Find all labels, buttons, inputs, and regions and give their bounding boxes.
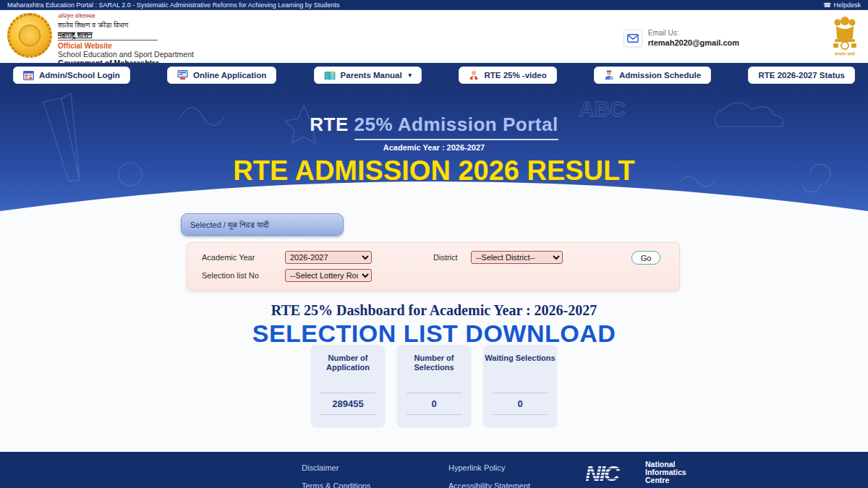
helpdesk-label: Helpdesk bbox=[833, 1, 861, 9]
nic-logo: NIC National Informatics Centre bbox=[586, 461, 686, 484]
stat-card-selections: Number of Selections 0 bbox=[397, 345, 471, 427]
govt-name-marathi: महाराष्ट्र शासन bbox=[58, 30, 194, 38]
nav-rte-video-button[interactable]: RTE 25% -video bbox=[459, 67, 556, 84]
nav-rte-status-button[interactable]: RTE 2026-2027 Status bbox=[748, 67, 855, 84]
hero-title-prefix: RTE bbox=[310, 114, 354, 135]
nav-online-application-button[interactable]: Online Application bbox=[167, 67, 276, 84]
emblem-caption: सत्यमेव जयते bbox=[827, 52, 862, 57]
filter-panel: Academic Year 2026-2027 District --Selec… bbox=[187, 242, 680, 291]
book-icon bbox=[324, 71, 336, 80]
stat-value: 0 bbox=[493, 393, 548, 415]
header-divider bbox=[58, 40, 158, 40]
footer-link-disclaimer[interactable]: Disclaimer bbox=[302, 463, 339, 472]
dept-name-english: School Education and Sport Department bbox=[58, 51, 194, 59]
go-button[interactable]: Go bbox=[631, 251, 660, 265]
application-icon bbox=[177, 70, 188, 80]
lottery-round-select[interactable]: --Select Lottery Round-- bbox=[285, 269, 372, 282]
stat-value: 0 bbox=[407, 393, 461, 415]
nav-label: Parents Manual bbox=[341, 71, 402, 80]
site-footer: Disclaimer Terms & Conditions Hyperlink … bbox=[0, 452, 868, 488]
official-site-marathi: अधिकृत संकेतस्थळ bbox=[58, 12, 194, 20]
department-title-block: अधिकृत संकेतस्थळ शालेय शिक्षण व क्रीडा व… bbox=[58, 12, 194, 67]
stat-label: Waiting Selections bbox=[483, 345, 557, 363]
login-form-icon bbox=[23, 71, 34, 80]
nav-parents-manual-button[interactable]: Parents Manual ▾ bbox=[314, 67, 422, 84]
hero-title: RTE 25% Admission Portal bbox=[0, 114, 868, 136]
academic-year-label: Academic Year bbox=[202, 253, 255, 262]
nav-label: RTE 2026-2027 Status bbox=[758, 71, 845, 80]
nic-letters-icon: NIC bbox=[586, 463, 641, 483]
stat-card-applications: Number of Application 289455 bbox=[311, 345, 385, 427]
dashboard-heading: RTE 25% Dashboard for Academic Year : 20… bbox=[0, 302, 868, 319]
svg-text:NIC: NIC bbox=[586, 463, 621, 483]
stats-row: Number of Application 289455 Number of S… bbox=[0, 345, 868, 427]
nav-label: Admin/School Login bbox=[39, 71, 120, 80]
nic-line: Centre bbox=[645, 476, 686, 484]
selection-list-download-heading: SELECTION LIST DOWNLOAD bbox=[0, 320, 868, 348]
wave-divider bbox=[0, 176, 868, 211]
maharashtra-seal-logo bbox=[7, 13, 52, 58]
chevron-down-icon: ▾ bbox=[409, 72, 412, 79]
video-person-icon bbox=[469, 70, 479, 80]
stat-label: Number of Selections bbox=[397, 345, 471, 372]
tab-selected-list[interactable]: Selected / मूळ निवड यादी bbox=[181, 213, 344, 236]
stat-value: 289455 bbox=[320, 393, 375, 415]
dept-name-marathi: शालेय शिक्षण व क्रीडा विभाग bbox=[58, 21, 194, 29]
email-contact: Email Us: rtemah2020@gmail.com bbox=[624, 29, 739, 47]
nav-label: Online Application bbox=[193, 71, 266, 80]
ashoka-emblem: सत्यमेव जयते bbox=[827, 14, 862, 59]
main-nav: Admin/School Login Online Application Pa… bbox=[0, 63, 868, 87]
nav-admission-schedule-button[interactable]: Admission Schedule bbox=[594, 67, 711, 84]
content-area: Selected / मूळ निवड यादी Academic Year 2… bbox=[0, 211, 868, 452]
official-website-label: Official Website bbox=[58, 42, 194, 50]
nav-label: RTE 25% -video bbox=[484, 71, 546, 80]
district-select[interactable]: --Select District-- bbox=[471, 251, 563, 264]
footer-link-terms[interactable]: Terms & Conditions bbox=[302, 481, 370, 488]
rte-admission-portal-page: { "topbar": { "title": "Maharashtra Educ… bbox=[0, 0, 868, 488]
email-icon bbox=[624, 30, 642, 47]
email-address[interactable]: rtemah2020@gmail.com bbox=[648, 38, 739, 47]
site-header: अधिकृत संकेतस्थळ शालेय शिक्षण व क्रीडा व… bbox=[0, 10, 868, 63]
nav-label: Admission Schedule bbox=[619, 71, 701, 80]
phone-icon: ☎ bbox=[823, 1, 831, 9]
top-bar: Maharashtra Education Portal : SARAL 2.0… bbox=[0, 0, 868, 10]
stat-label: Number of Application bbox=[311, 345, 385, 372]
email-label: Email Us: bbox=[648, 29, 739, 37]
schedule-person-icon bbox=[604, 70, 614, 80]
helpdesk-link[interactable]: ☎ Helpdesk bbox=[823, 1, 861, 9]
stat-card-waiting: Waiting Selections 0 bbox=[483, 345, 557, 427]
footer-link-accessibility[interactable]: Accessibility Statement bbox=[448, 481, 530, 488]
selection-list-label: Selection list No bbox=[202, 271, 259, 280]
footer-link-hyperlink-policy[interactable]: Hyperlink Policy bbox=[448, 463, 505, 472]
hero-banner: ABC RTE 25% Admission Portal Academic Ye… bbox=[0, 87, 868, 211]
hero-academic-year: Academic Year : 2026-2027 bbox=[0, 143, 868, 152]
portal-title: Maharashtra Education Portal : SARAL 2.0… bbox=[7, 1, 339, 9]
district-label: District bbox=[433, 253, 458, 262]
seal-inner-ring bbox=[19, 25, 41, 46]
nav-admin-school-login-button[interactable]: Admin/School Login bbox=[13, 67, 130, 84]
hero-title-rest: 25% Admission Portal bbox=[354, 114, 558, 140]
academic-year-select[interactable]: 2026-2027 bbox=[285, 251, 372, 264]
